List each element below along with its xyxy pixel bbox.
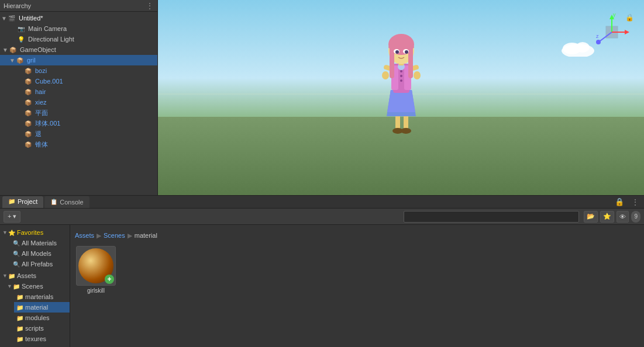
asset-label-girlskill: girlskill (87, 287, 105, 294)
tree-item-cube001[interactable]: ▶ 📦 Cube.001 (0, 76, 157, 86)
xiez-label: xiez (35, 99, 47, 106)
directional-light-label: Directional Light (28, 36, 74, 43)
bottom-tabs-bar: 📁 Project 📋 Console 🔒 ⋮ (0, 196, 644, 209)
scene-gizmo[interactable]: y z 🔒 (591, 12, 632, 53)
tab-project[interactable]: 📁 Project (2, 196, 43, 208)
svg-text:z: z (596, 33, 599, 39)
material-item[interactable]: 📁 material (14, 302, 70, 313)
tree-item-main-camera[interactable]: ▶ 📷 Main Camera (0, 23, 157, 34)
breadcrumb-sep2: ▶ (128, 232, 132, 240)
bozi-label: bozi (35, 67, 47, 74)
all-materials-item[interactable]: ▶ 🔍 All Materials (5, 238, 70, 248)
breadcrumb: Assets ▶ Scenes ▶ material (75, 230, 639, 241)
toolbar-right-buttons: 📂 ⭐ 👁 9 (584, 211, 640, 223)
marterials-label: marterials (25, 293, 53, 300)
tree-item-pingmian[interactable]: ▶ 📦 平面 (0, 107, 157, 118)
scene-cloud (560, 39, 595, 57)
breadcrumb-material: material (135, 232, 157, 239)
star-icon-btn[interactable]: ⭐ (600, 211, 614, 223)
assets-label: Assets (17, 272, 36, 279)
breadcrumb-scenes[interactable]: Scenes (104, 232, 125, 239)
assets-arrow: ▼ (2, 273, 8, 279)
tree-item-gameobject[interactable]: ▼ 📦 GameObject (0, 44, 157, 55)
tree-scene-root[interactable]: ▼ 🎬 Untitled* (0, 13, 157, 23)
add-button[interactable]: + ▾ (4, 211, 20, 223)
tree-item-xiez[interactable]: ▶ 📦 xiez (0, 97, 157, 107)
svg-text:🔒: 🔒 (625, 13, 632, 22)
modules-item[interactable]: 📁 modules (14, 313, 70, 323)
hierarchy-title: Hierarchy (4, 2, 31, 9)
tree-item-bozi[interactable]: ▶ 📦 bozi (0, 65, 157, 76)
gril-icon: 📦 (16, 57, 26, 64)
arrow-icon: ▼ (1, 15, 8, 22)
all-materials-label: All Materials (22, 240, 57, 247)
scenes-folder-icon: 📁 (13, 283, 20, 290)
marterials-icon: 📁 (16, 294, 23, 300)
lock-button[interactable]: 🔒 (611, 197, 628, 206)
search-input[interactable] (404, 211, 579, 223)
all-prefabs-label: All Prefabs (22, 261, 53, 268)
gril-label: gril (27, 57, 36, 64)
marterials-item[interactable]: 📁 marterials (14, 292, 70, 302)
gameobject-icon: 📦 (9, 47, 19, 53)
svg-point-12 (400, 75, 402, 77)
search-icon2: 🔍 (13, 251, 20, 257)
all-models-label: All Models (22, 250, 51, 257)
modules-icon: 📁 (16, 315, 23, 321)
favorites-header[interactable]: ▼ ⭐ Favorites (0, 227, 70, 238)
tree-item-qiuti[interactable]: ▶ 📦 球体.001 (0, 118, 157, 129)
tab-console[interactable]: 📋 Console (44, 196, 89, 208)
assets-sub: ▼ 📁 Scenes 📁 marterials 📁 material (0, 281, 70, 344)
all-models-item[interactable]: ▶ 🔍 All Models (5, 248, 70, 259)
camera-icon: 📷 (18, 26, 27, 32)
asset-thumb-girlskill: + (76, 246, 116, 286)
add-badge-icon: + (105, 275, 114, 284)
modules-label: modules (25, 314, 50, 321)
pingmian-label: 平面 (35, 109, 48, 117)
hierarchy-content: ▼ 🎬 Untitled* ▶ 📷 Main Camera ▶ 💡 Direct… (0, 12, 157, 195)
svg-rect-22 (408, 43, 413, 78)
scenes-item[interactable]: ▼ 📁 Scenes (5, 281, 70, 292)
breadcrumb-assets[interactable]: Assets (75, 232, 94, 239)
favorites-arrow: ▼ (2, 230, 8, 235)
asset-girlskill[interactable]: + girlskill (75, 246, 117, 294)
light-icon: 💡 (18, 36, 27, 43)
assets-header[interactable]: ▼ 📁 Assets (0, 270, 70, 281)
all-prefabs-item[interactable]: ▶ 🔍 All Prefabs (5, 259, 70, 269)
tree-item-gril[interactable]: ▼ 📦 gril (0, 55, 157, 65)
assets-section: ▼ 📁 Assets ▼ 📁 Scenes 📁 marterials (0, 270, 70, 344)
texures-icon: 📁 (16, 336, 23, 342)
zhuti-icon: 📦 (25, 141, 34, 148)
hierarchy-menu-button[interactable]: ⋮ (146, 1, 154, 11)
folder-icon-btn[interactable]: 📂 (584, 211, 598, 223)
tree-item-hair[interactable]: ▶ 📦 hair (0, 86, 157, 97)
material-label: material (25, 304, 48, 311)
scene-icon: 🎬 (8, 15, 18, 22)
scenes-label: Scenes (22, 283, 43, 290)
more-button[interactable]: ⋮ (629, 197, 642, 207)
scripts-label: scripts (25, 325, 44, 332)
tree-item-tui[interactable]: ▶ 📦 退 (0, 129, 157, 139)
tree-item-directional-light[interactable]: ▶ 💡 Directional Light (0, 34, 157, 44)
scripts-item[interactable]: 📁 scripts (14, 323, 70, 334)
eye-icon-btn[interactable]: 👁 (617, 211, 629, 223)
console-tab-label: Console (60, 199, 83, 206)
tree-item-zhuti[interactable]: ▶ 📦 锥体 (0, 139, 157, 150)
favorites-section: ▼ ⭐ Favorites ▶ 🔍 All Materials ▶ 🔍 All … (0, 227, 70, 269)
svg-point-26 (405, 50, 408, 54)
material-icon: 📁 (16, 304, 23, 311)
hair-icon: 📦 (25, 89, 34, 95)
svg-point-13 (400, 79, 402, 82)
gameobject-label: GameObject (20, 46, 56, 53)
breadcrumb-sep1: ▶ (97, 232, 101, 240)
hierarchy-panel: Hierarchy ⋮ ▼ 🎬 Untitled* ▶ 📷 Main Camer… (0, 0, 158, 195)
scene-view[interactable]: y z 🔒 (158, 0, 644, 195)
project-sidebar: ▼ ⭐ Favorites ▶ 🔍 All Materials ▶ 🔍 All … (0, 225, 70, 347)
project-tab-icon: 📁 (8, 198, 15, 204)
favorites-star-icon: ⭐ (8, 230, 15, 236)
svg-point-16 (382, 71, 389, 79)
texures-item[interactable]: 📁 texures (14, 334, 70, 344)
tui-label: 退 (35, 130, 42, 138)
bottom-area: 📁 Project 📋 Console 🔒 ⋮ + ▾ 📂 ⭐ 👁 9 ▼ (0, 195, 644, 347)
texures-label: texures (25, 335, 46, 342)
